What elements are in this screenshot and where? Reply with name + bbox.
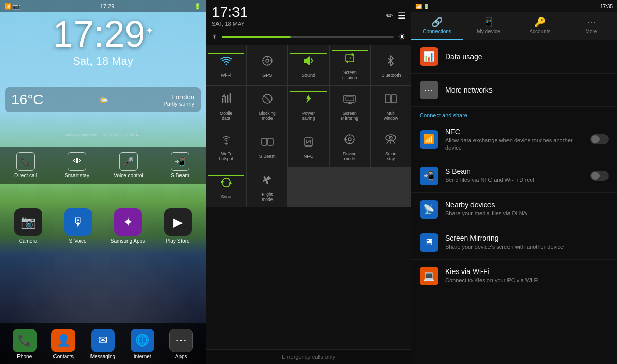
brightness-control[interactable]: ☀ ☀ xyxy=(206,29,411,45)
gps-icon xyxy=(262,55,273,69)
rotation-icon: ↺ xyxy=(343,52,356,67)
settings-screen-mirroring[interactable]: 🖥 Screen Mirroring Share your device's s… xyxy=(411,226,617,260)
brightness-fill xyxy=(222,36,291,38)
toggle-grid: Wi-Fi GPS xyxy=(206,45,411,207)
nfc-indicator xyxy=(290,134,326,135)
notification-header: 17:31 SAT, 18 MAY ✏ ☰ xyxy=(206,0,411,29)
tab-accounts[interactable]: 🔑 Accounts xyxy=(514,12,566,40)
toggle-gps[interactable]: GPS xyxy=(247,45,287,85)
notification-time: 17:31 xyxy=(212,4,248,21)
toggle-s-beam[interactable]: S Beam xyxy=(247,126,287,167)
hotspot-icon xyxy=(220,134,232,148)
svg-rect-12 xyxy=(346,97,354,101)
tab-my-device[interactable]: 📱 My device xyxy=(463,12,514,40)
toggle-blocking[interactable]: Blockingmode xyxy=(247,86,287,126)
brightness-track[interactable] xyxy=(222,36,394,38)
direct-call-icon: 📞 xyxy=(16,152,35,171)
svg-rect-15 xyxy=(385,95,390,103)
toggle-driving[interactable]: Drivingmode xyxy=(330,126,370,167)
tab-more[interactable]: ⋯ More xyxy=(566,12,617,40)
s-beam-label: S Beam xyxy=(259,154,276,159)
settings-nfc[interactable]: 📶 NFC Allow data exchange when device to… xyxy=(411,120,617,159)
weather-info: London Partly sunny xyxy=(163,93,194,107)
data-usage-icon: 📊 xyxy=(420,47,438,66)
screen-mirroring-label: ScreenMirroring xyxy=(341,111,358,121)
toggle-smart-stay[interactable]: Smartstay xyxy=(371,126,411,167)
connect-share-header: Connect and share xyxy=(411,107,617,120)
menu-icon[interactable]: ☰ xyxy=(398,11,405,21)
toggle-hotspot[interactable]: Wi-Fihotspot xyxy=(206,126,246,167)
dock-contacts[interactable]: 👤 Contacts xyxy=(51,329,75,359)
dock-phone[interactable]: 📞 Phone xyxy=(13,329,37,359)
pencil-icon[interactable]: ✏ xyxy=(386,11,393,21)
settings-status-time: 17:35 xyxy=(600,4,613,9)
settings-s-beam[interactable]: 📲 S Beam Send files via NFC and Wi-Fi Di… xyxy=(411,159,617,193)
kies-wifi-icon: 💻 xyxy=(420,267,438,285)
notification-shade: 17:31 SAT, 18 MAY ✏ ☰ ☀ ☀ xyxy=(206,0,411,364)
more-networks-icon: ⋯ xyxy=(420,81,438,99)
nfc-toggle[interactable] xyxy=(590,134,609,144)
toggle-sync[interactable]: Sync xyxy=(206,167,246,207)
shortcut-voice-control[interactable]: 🎤 Voice control xyxy=(103,147,154,184)
sync-icon xyxy=(220,177,232,191)
app-play-store[interactable]: ▶ Play Store xyxy=(155,208,201,244)
toggle-rotation[interactable]: ↺ Screenrotation xyxy=(330,45,370,85)
toggle-flight[interactable]: Flightmode xyxy=(247,167,287,207)
hotspot-indicator xyxy=(208,132,244,133)
toggle-sound[interactable]: Sound xyxy=(288,45,329,85)
toggle-screen-mirroring[interactable]: ScreenMirroring xyxy=(330,86,370,126)
svg-point-5 xyxy=(266,59,269,62)
s-beam-icon: 📲 xyxy=(171,152,189,171)
dock-messaging[interactable]: ✉ Messaging xyxy=(90,329,115,359)
shortcut-smart-stay[interactable]: 👁 Smart stay xyxy=(51,147,103,184)
toggle-bluetooth[interactable]: Bluetooth xyxy=(371,45,411,85)
smart-stay-indicator xyxy=(373,132,409,133)
tab-connections[interactable]: 🔗 Connections xyxy=(411,12,463,40)
toggle-mobile-data[interactable]: Mobiledata xyxy=(206,86,246,126)
status-time: 17:29 xyxy=(100,3,115,9)
app-grid: 📷 Camera 🎙 S Voice ✦ Samsung Apps ▶ Play… xyxy=(0,203,206,249)
settings-body: 📊 Data usage ⋯ More networks Connect and… xyxy=(411,40,617,364)
wifi-icon xyxy=(220,55,233,69)
s-beam-toggle[interactable] xyxy=(590,171,609,181)
notification-date: SAT, 18 MAY xyxy=(212,21,248,27)
tab-label: More xyxy=(586,29,597,34)
app-samsung-apps[interactable]: ✦ Samsung Apps xyxy=(105,208,151,244)
dock-apps[interactable]: ⋯ Apps xyxy=(169,329,193,359)
toggle-multi-window[interactable]: Multiwindow xyxy=(371,86,411,126)
wifi-label: Wi-Fi xyxy=(221,72,231,78)
smart-stay-toggle-icon xyxy=(385,134,397,148)
settings-screen: 📶 🔋 17:35 🔗 Connections 📱 My device 🔑 Ac… xyxy=(411,0,617,364)
screen-mirroring-icon xyxy=(343,93,356,107)
more-icon: ⋯ xyxy=(587,16,596,28)
toggle-wifi[interactable]: Wi-Fi xyxy=(206,45,246,85)
toggle-nfc[interactable]: NFC xyxy=(288,126,329,167)
shortcut-direct-call[interactable]: 📞 Direct call xyxy=(0,147,51,184)
nearby-devices-icon: 📡 xyxy=(420,200,438,219)
notif-header-left: 17:31 SAT, 18 MAY xyxy=(212,4,248,27)
messaging-icon: ✉ xyxy=(91,329,115,352)
weather-widget: 16°C 🌤️ London Partly sunny xyxy=(5,87,201,112)
svg-rect-18 xyxy=(268,138,273,145)
settings-more-networks[interactable]: ⋯ More networks xyxy=(411,74,617,107)
settings-data-usage[interactable]: 📊 Data usage xyxy=(411,40,617,74)
shortcut-s-beam[interactable]: 📲 S Beam xyxy=(154,147,206,184)
toggle-power-saving[interactable]: Powersaving xyxy=(288,86,329,126)
app-label: Play Store xyxy=(166,238,189,244)
home-clock: 17:29✦ Sat, 18 May xyxy=(0,15,206,68)
dock-internet[interactable]: 🌐 Internet xyxy=(131,329,154,359)
notification-empty-area xyxy=(206,207,411,349)
flight-icon xyxy=(261,174,274,189)
dock-label: Apps xyxy=(175,354,187,359)
weather-temp: 16°C xyxy=(11,92,44,108)
my-device-icon: 📱 xyxy=(483,16,494,28)
app-s-voice[interactable]: 🎙 S Voice xyxy=(55,208,101,244)
shortcut-label: Voice control xyxy=(114,173,143,178)
settings-kies-wifi[interactable]: 💻 Kies via Wi-Fi Connect to Kies on your… xyxy=(411,260,617,293)
nearby-devices-text: Nearby devices Share your media files vi… xyxy=(445,201,609,217)
settings-nearby-devices[interactable]: 📡 Nearby devices Share your media files … xyxy=(411,193,617,226)
app-camera[interactable]: 📷 Camera xyxy=(5,208,51,244)
screen-mirroring-indicator xyxy=(332,91,368,92)
kies-wifi-text: Kies via Wi-Fi Connect to Kies on your P… xyxy=(445,267,609,284)
mobile-data-label: Mobiledata xyxy=(220,111,232,121)
